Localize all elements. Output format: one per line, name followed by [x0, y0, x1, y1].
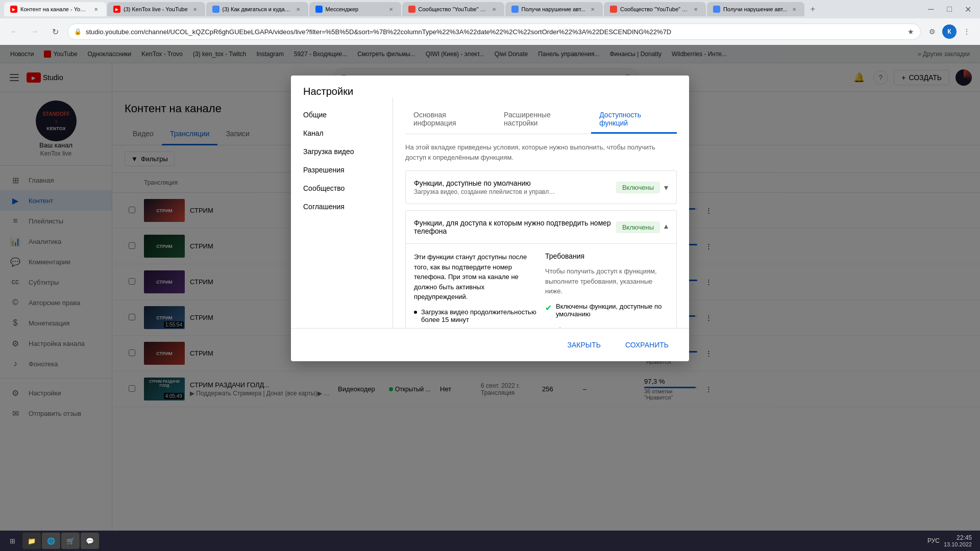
requirement-item-1: ✔ Включены функции, доступные по умолчан… — [545, 303, 668, 318]
modal-footer: ЗАКРЫТЬ СОХРАНИТЬ — [291, 328, 689, 361]
modal-sidebar: Общие Канал Загрузка видео Разрешения Со… — [291, 97, 393, 328]
extensions-button[interactable]: ⚙ — [925, 24, 939, 39]
minimize-button[interactable]: ─ — [923, 1, 939, 17]
browser-tab-6[interactable]: Получи нарушение авт... ✕ — [505, 2, 603, 16]
requirements-section: Требования Чтобы получить доступ к функц… — [545, 252, 668, 328]
close-button[interactable]: ✕ — [960, 1, 976, 17]
back-button[interactable]: ← — [6, 23, 22, 40]
modal-nav-upload[interactable]: Загрузка видео — [291, 142, 393, 161]
modal-tab-basic[interactable]: Основная информация — [405, 106, 496, 134]
modal-nav-agreements[interactable]: Соглашения — [291, 197, 393, 216]
new-tab-button[interactable]: + — [805, 2, 820, 16]
default-features-title: Функции, доступные по умолчанию — [414, 179, 557, 187]
taskbar-chrome[interactable]: 🌐 — [42, 533, 60, 549]
modal-overlay[interactable]: Настройки Общие Канал Загрузка видео Раз… — [0, 45, 980, 551]
browser-nav: ← → ↻ 🔒 studio.youtube.com/channel/UCOL_… — [0, 18, 980, 45]
profile-button[interactable]: К — [942, 24, 957, 39]
feature-list: Загрузка видео продолжительностью более … — [414, 308, 537, 329]
modal-tabs: Основная информация Расширенные настройк… — [405, 106, 677, 134]
default-features-enabled: Включены — [616, 182, 660, 193]
tab-title-3: (3) Как двигаться и куда?... — [223, 6, 291, 12]
phone-features-header[interactable]: Функции, для доступа к которым нужно под… — [406, 211, 676, 243]
phone-features-body: Эти функции станут доступны после того, … — [406, 243, 676, 328]
tab-title-6: Получи нарушение авт... — [522, 6, 585, 12]
tab-title-5: Сообщество "YouTube" - ... — [419, 6, 487, 12]
tab-title-8: Получи нарушение авт... — [723, 6, 787, 12]
plus-separator: + — [545, 323, 668, 329]
menu-button[interactable]: ⋮ — [960, 24, 974, 39]
tab-close-8[interactable]: ✕ — [790, 5, 798, 13]
tab-close-2[interactable]: ✕ — [191, 5, 199, 13]
taskbar-time: 22:45 — [944, 534, 972, 541]
default-features-status: Включены ▾ — [616, 182, 668, 193]
modal-tab-features[interactable]: Доступность функций — [591, 106, 677, 134]
tab-title-2: (3) KenTox live - YouTube — [124, 6, 188, 12]
modal-nav-community[interactable]: Сообщество — [291, 179, 393, 197]
tab-close-4[interactable]: ✕ — [387, 5, 395, 13]
tab-close-1[interactable]: ✕ — [92, 5, 100, 13]
browser-titlebar: ▶ Контент на канале - YouT... ✕ ▶ (3) Ke… — [0, 0, 980, 18]
browser-tab-4[interactable]: Мессенджер ✕ — [309, 2, 401, 16]
taskbar-discord[interactable]: 💬 — [81, 533, 99, 549]
forward-button[interactable]: → — [27, 23, 43, 40]
feature-list-item: Загрузка видео продолжительностью более … — [414, 308, 537, 323]
modal-tab-advanced[interactable]: Расширенные настройки — [496, 106, 591, 134]
start-button[interactable]: ⊞ — [4, 533, 20, 549]
tab-title-4: Мессенджер — [326, 6, 384, 12]
chevron-up-icon: ▾ — [664, 222, 668, 232]
modal-nav-general[interactable]: Общие — [291, 106, 393, 124]
taskbar-right: РУС 22:45 13.10.2022 — [927, 534, 972, 547]
taskbar-clock: 22:45 13.10.2022 — [944, 534, 972, 547]
browser-tab-8[interactable]: Получи нарушение авт... ✕ — [707, 2, 804, 16]
modal-description: На этой вкладке приведены условия, котор… — [405, 142, 677, 162]
modal-body: Общие Канал Загрузка видео Разрешения Со… — [291, 97, 689, 328]
taskbar-store[interactable]: 🛒 — [61, 533, 80, 549]
save-button[interactable]: СОХРАНИТЬ — [617, 337, 677, 353]
browser-tab-2[interactable]: ▶ (3) KenTox live - YouTube ✕ — [107, 2, 205, 16]
requirements-title: Требования — [545, 252, 668, 260]
taskbar-explorer[interactable]: 📁 — [22, 533, 41, 549]
tab-close-7[interactable]: ✕ — [692, 5, 700, 13]
modal-nav-channel[interactable]: Канал — [291, 124, 393, 142]
phone-features-title: Функции, для доступа к которым нужно под… — [414, 219, 616, 235]
settings-modal: Настройки Общие Канал Загрузка видео Раз… — [291, 76, 689, 361]
maximize-button[interactable]: □ — [941, 1, 958, 17]
default-features-header[interactable]: Функции, доступные по умолчанию Загрузка… — [406, 171, 676, 204]
tab-title-1: Контент на канале - YouT... — [20, 6, 89, 12]
feature-item-label: Загрузка видео продолжительностью более … — [421, 308, 537, 323]
default-features-card: Функции, доступные по умолчанию Загрузка… — [405, 170, 677, 204]
browser-tab-5[interactable]: Сообщество "YouTube" - ... ✕ — [402, 2, 504, 16]
modal-main: Основная информация Расширенные настройк… — [393, 97, 689, 328]
requirement-label: Включены функции, доступные по умолчанию — [556, 303, 668, 318]
phone-features-enabled: Включены — [616, 221, 660, 233]
phone-features-left: Эти функции станут доступны после того, … — [414, 252, 537, 328]
tab-title-7: Сообщество "YouTube" - ... — [620, 6, 689, 12]
taskbar-lang: РУС — [927, 537, 940, 544]
reload-button[interactable]: ↻ — [47, 23, 63, 40]
taskbar-date: 13.10.2022 — [944, 541, 972, 547]
modal-title: Настройки — [303, 86, 677, 97]
default-features-subtitle: Загрузка видео, создание плейлистов и уп… — [414, 188, 557, 195]
requirements-description: Чтобы получить доступ к функциям, выполн… — [545, 266, 668, 296]
phone-features-status: Включены ▾ — [616, 221, 668, 233]
taskbar: ⊞ 📁 🌐 🛒 💬 РУС 22:45 13.10.2022 — [0, 531, 980, 551]
tab-close-3[interactable]: ✕ — [294, 5, 302, 13]
phone-features-info: Функции, для доступа к которым нужно под… — [414, 219, 616, 235]
browser-tab-7[interactable]: Сообщество "YouTube" - ... ✕ — [604, 2, 706, 16]
browser-tab-3[interactable]: (3) Как двигаться и куда?... ✕ — [206, 2, 308, 16]
tab-close-6[interactable]: ✕ — [589, 5, 597, 13]
tab-close-5[interactable]: ✕ — [490, 5, 498, 13]
close-button[interactable]: ЗАКРЫТЬ — [559, 337, 609, 353]
phone-features-card: Функции, для доступа к которым нужно под… — [405, 210, 677, 328]
url-display: studio.youtube.com/channel/UCOL_kQZCpR6g… — [86, 28, 903, 36]
chevron-down-icon: ▾ — [664, 183, 668, 192]
phone-features-description: Эти функции станут доступны после того, … — [414, 252, 537, 302]
address-bar[interactable]: 🔒 studio.youtube.com/channel/UCOL_kQZCpR… — [67, 23, 921, 40]
browser-tab-1[interactable]: ▶ Контент на канале - YouT... ✕ — [4, 2, 106, 16]
modal-header: Настройки — [291, 76, 689, 97]
bullet-icon — [414, 311, 417, 314]
modal-nav-permissions[interactable]: Разрешения — [291, 161, 393, 179]
check-icon: ✔ — [545, 303, 552, 313]
default-features-info: Функции, доступные по умолчанию Загрузка… — [414, 179, 557, 195]
